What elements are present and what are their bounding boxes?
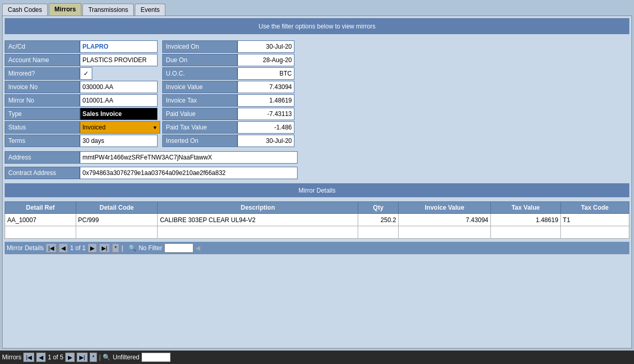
paid-tax-value-label: Paid Tax Value — [162, 121, 237, 134]
paid-value-value[interactable]: -7.43113 — [237, 108, 294, 120]
invoice-value-value[interactable]: 7.43094 — [237, 81, 294, 93]
invoice-tax-label: Invoice Tax — [162, 94, 237, 107]
add-icon[interactable]: * — [112, 243, 119, 253]
status-label: Status — [5, 121, 80, 134]
contract-address-value[interactable]: 0x794863a3076279e1aa03764a09e210ae2f66a8… — [80, 167, 298, 179]
tab-events[interactable]: Events — [135, 4, 165, 16]
uoc-value[interactable]: BTC — [237, 67, 294, 80]
uoc-label: U.O.C. — [162, 67, 237, 80]
invoice-no-value[interactable]: 030000.AA — [80, 81, 158, 93]
mirror-details-header: Mirror Details — [5, 183, 629, 197]
inserted-on-label: Inserted On — [162, 135, 237, 147]
empty-row — [5, 226, 629, 239]
address-label: Address — [5, 151, 80, 164]
detail-page-info: 1 of 1 — [70, 244, 86, 252]
cell-tax-code: T1 — [560, 214, 629, 226]
cell-detail-code: PC/999 — [76, 214, 158, 226]
cell-qty: 250.2 — [358, 214, 399, 226]
type-value[interactable]: Sales Invoice — [80, 108, 158, 120]
invoiced-on-value[interactable]: 30-Jul-20 — [237, 40, 294, 53]
cell-invoice-value: 7.43094 — [399, 214, 491, 226]
col-tax-code: Tax Code — [560, 202, 629, 214]
mirror-page-info: 1 of 5 — [48, 354, 63, 361]
dropdown-arrow-icon: ▼ — [152, 125, 158, 130]
col-detail-code: Detail Code — [76, 202, 158, 214]
col-invoice-value: Invoice Value — [399, 202, 491, 214]
scroll-left-icon[interactable]: ◀ — [195, 244, 200, 252]
filter-icon: 🔍 — [129, 244, 136, 252]
paid-value-label: Paid Value — [162, 108, 237, 120]
contract-address-label: Contract Address — [5, 167, 80, 179]
mirror-filter-icon: 🔍 — [103, 354, 110, 361]
mirror-filter-status: Unfiltered — [112, 354, 139, 361]
ac-cd-label: Ac/Cd — [5, 40, 80, 53]
mirror-next-icon[interactable]: ▶ — [65, 353, 75, 362]
details-table: Detail Ref Detail Code Description Qty I… — [5, 201, 629, 239]
due-on-label: Due On — [162, 54, 237, 66]
invoice-no-label: Invoice No — [5, 81, 80, 93]
inserted-on-value[interactable]: 30-Jul-20 — [237, 135, 294, 147]
mirrored-checkbox[interactable]: ✓ — [80, 67, 92, 80]
col-tax-value: Tax Value — [491, 202, 561, 214]
account-name-value[interactable]: PLASTICS PROVIDER — [80, 54, 158, 66]
due-on-value[interactable]: 28-Aug-20 — [237, 54, 294, 66]
ac-cd-value[interactable]: PLAPRO — [80, 40, 158, 53]
last-icon[interactable]: ▶| — [99, 243, 110, 253]
next-icon[interactable]: ▶ — [88, 243, 97, 253]
address-value[interactable]: mmtPW4r1466wzSRFeTNW3AC7jNaaFtawwX — [80, 151, 298, 164]
paid-tax-value-value[interactable]: -1.486 — [237, 121, 294, 134]
tab-cash-codes[interactable]: Cash Codes — [2, 4, 48, 16]
mirror-nav-bar: Mirrors |◀ ◀ 1 of 5 ▶ ▶| * | 🔍 Unfiltere… — [0, 351, 634, 364]
table-row[interactable]: AA_10007 PC/999 CALIBRE 303EP CLEAR UL94… — [5, 214, 629, 226]
cell-description: CALIBRE 303EP CLEAR UL94-V2 — [158, 214, 358, 226]
mirror-first-icon[interactable]: |◀ — [23, 353, 34, 362]
tab-transmissions[interactable]: Transmissions — [82, 4, 134, 16]
cell-detail-ref: AA_10007 — [5, 214, 76, 226]
invoice-tax-value[interactable]: 1.48619 — [237, 94, 294, 107]
account-name-label: Account Name — [5, 54, 80, 66]
col-description: Description — [158, 202, 358, 214]
mirror-prev-icon[interactable]: ◀ — [36, 353, 46, 362]
status-dropdown[interactable]: Invoiced ▼ — [80, 121, 160, 134]
filter-banner: Use the filter options below to view mir… — [5, 18, 629, 34]
first-icon[interactable]: |◀ — [46, 243, 57, 253]
tab-mirrors[interactable]: Mirrors — [49, 3, 81, 16]
mirror-last-icon[interactable]: ▶| — [77, 353, 88, 362]
mirror-nav-label: Mirrors — [2, 354, 21, 361]
detail-search-btn[interactable]: Search — [164, 243, 193, 253]
filter-status: No Filter — [138, 244, 162, 252]
mirror-no-label: Mirror No — [5, 94, 80, 107]
terms-label: Terms — [5, 135, 80, 147]
detail-nav-bar: Mirror Details |◀ ◀ 1 of 1 ▶ ▶| * | 🔍 No… — [5, 242, 629, 254]
invoice-value-label: Invoice Value — [162, 81, 237, 93]
col-detail-ref: Detail Ref — [5, 202, 76, 214]
mirror-no-value[interactable]: 010001.AA — [80, 94, 158, 107]
type-label: Type — [5, 108, 80, 120]
invoiced-on-label: Invoiced On — [162, 40, 237, 53]
mirror-add-icon[interactable]: * — [90, 353, 97, 362]
mirror-search-btn[interactable]: Search — [142, 353, 171, 362]
detail-nav-label: Mirror Details — [7, 244, 44, 252]
mirrored-label: Mirrored? — [5, 67, 80, 80]
prev-icon[interactable]: ◀ — [59, 243, 68, 253]
col-qty: Qty — [358, 202, 399, 214]
cell-tax-value: 1.48619 — [491, 214, 561, 226]
terms-value[interactable]: 30 days — [80, 135, 158, 147]
